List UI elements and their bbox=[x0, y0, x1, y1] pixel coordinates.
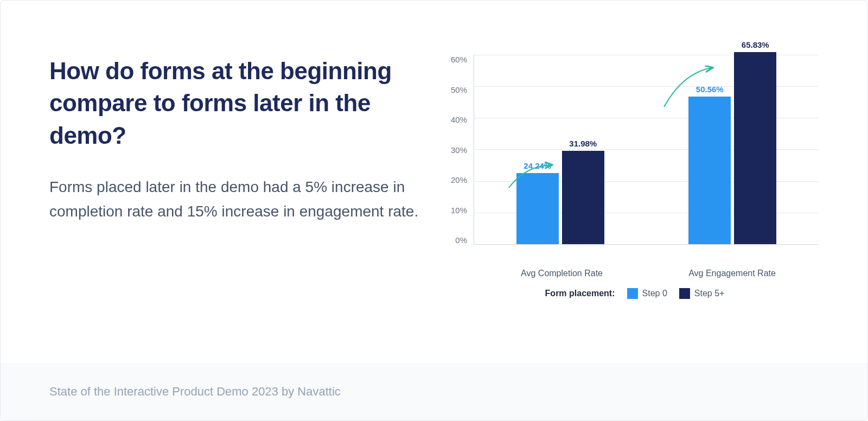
y-tick: 40% bbox=[451, 115, 467, 124]
legend-swatch bbox=[679, 288, 690, 299]
y-tick: 50% bbox=[451, 85, 467, 94]
legend-label: Step 5+ bbox=[694, 289, 725, 298]
bar-value-label: 31.98% bbox=[569, 139, 597, 148]
bar: 31.98% bbox=[562, 151, 604, 244]
plot-area: 24.24%31.98%50.56%65.83% bbox=[474, 55, 819, 245]
bar-group: 50.56%65.83% bbox=[688, 52, 776, 244]
x-tick: Avg Completion Rate bbox=[521, 269, 603, 278]
legend-swatch bbox=[627, 288, 638, 299]
main-content: How do forms at the beginning compare to… bbox=[1, 1, 867, 363]
y-axis: 60%50%40%30%20%10%0% bbox=[451, 55, 474, 245]
x-tick: Avg Engagement Rate bbox=[688, 269, 776, 278]
page-title: How do forms at the beginning compare to… bbox=[49, 55, 429, 151]
bar-value-label: 50.56% bbox=[696, 85, 724, 94]
legend-item: Step 5+ bbox=[679, 288, 725, 299]
legend-title: Form placement: bbox=[545, 289, 615, 298]
bar: 24.24% bbox=[516, 173, 559, 244]
bar: 65.83% bbox=[734, 52, 776, 244]
legend-label: Step 0 bbox=[642, 289, 667, 298]
chart-column: 60%50%40%30%20%10%0% 24.24%31.98%50.56%6… bbox=[451, 55, 819, 341]
y-tick: 20% bbox=[451, 175, 467, 184]
y-tick: 30% bbox=[451, 145, 467, 155]
text-column: How do forms at the beginning compare to… bbox=[49, 55, 429, 341]
footer-text: State of the Interactive Product Demo 20… bbox=[49, 385, 341, 398]
body-text: Forms placed later in the demo had a 5% … bbox=[49, 175, 429, 224]
legend-item: Step 0 bbox=[627, 288, 667, 299]
y-tick: 10% bbox=[451, 206, 467, 215]
footer: State of the Interactive Product Demo 20… bbox=[1, 363, 867, 420]
chart-legend: Form placement: Step 0 Step 5+ bbox=[451, 288, 819, 299]
chart-area: 60%50%40%30%20%10%0% 24.24%31.98%50.56%6… bbox=[451, 55, 819, 261]
bar: 50.56% bbox=[688, 97, 731, 244]
y-tick: 0% bbox=[455, 235, 467, 245]
x-axis: Avg Completion RateAvg Engagement Rate bbox=[451, 269, 819, 278]
bar-value-label: 24.24% bbox=[524, 161, 551, 170]
bar-group: 24.24%31.98% bbox=[516, 151, 604, 244]
bar-value-label: 65.83% bbox=[742, 40, 769, 49]
y-tick: 60% bbox=[451, 55, 467, 64]
